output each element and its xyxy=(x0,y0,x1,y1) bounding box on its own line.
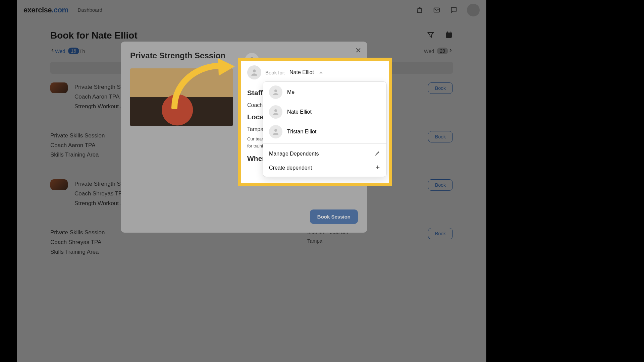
avatar-icon xyxy=(269,85,282,99)
dropdown-item-label: Tristan Elliot xyxy=(287,129,316,135)
dropdown-item-me[interactable]: Me xyxy=(263,82,386,103)
caret-up-icon xyxy=(319,71,323,73)
avatar-icon xyxy=(247,65,261,79)
create-dependent-label: Create dependent xyxy=(269,165,312,171)
plus-icon xyxy=(375,165,380,171)
dropdown-item-label: Nate Elliot xyxy=(287,109,312,115)
avatar-icon xyxy=(269,125,282,138)
dropdown-item-tristan[interactable]: Tristan Elliot xyxy=(263,122,386,142)
avatar-icon xyxy=(269,105,282,119)
svg-point-7 xyxy=(274,89,277,92)
svg-point-6 xyxy=(253,69,256,72)
manage-dependents[interactable]: Manage Dependents xyxy=(263,145,386,163)
session-image xyxy=(130,68,233,126)
dropdown-item-nate[interactable]: Nate Elliot xyxy=(263,103,386,122)
book-for-name: Nate Elliot xyxy=(289,69,314,75)
modal-title: Private Strength Session xyxy=(130,51,233,60)
book-for-dropdown: Me Nate Elliot Tristan Elliot Manage Dep… xyxy=(263,81,387,177)
pencil-icon xyxy=(375,150,380,157)
divider xyxy=(263,143,386,144)
create-dependent[interactable]: Create dependent xyxy=(263,163,386,177)
book-for-selector[interactable]: Book for: Nate Elliot xyxy=(241,61,389,81)
svg-point-5 xyxy=(251,57,254,60)
book-for-label: Book for: xyxy=(265,70,285,75)
close-icon[interactable]: ✕ xyxy=(355,46,361,55)
svg-point-9 xyxy=(274,129,277,132)
svg-point-8 xyxy=(274,109,277,112)
dropdown-item-label: Me xyxy=(287,89,294,95)
manage-dependents-label: Manage Dependents xyxy=(269,151,319,157)
book-session-button[interactable]: Book Session xyxy=(310,209,358,224)
